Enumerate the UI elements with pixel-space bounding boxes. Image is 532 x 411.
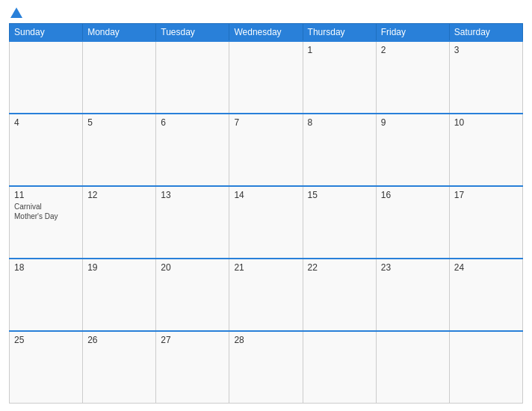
calendar-cell: 15 <box>303 186 376 259</box>
day-number: 16 <box>381 190 445 200</box>
day-number: 6 <box>161 117 224 128</box>
day-header-friday: Friday <box>376 24 449 42</box>
calendar-page: SundayMondayTuesdayWednesdayThursdayFrid… <box>0 0 532 411</box>
day-number: 5 <box>87 117 151 128</box>
calendar-cell: 4 <box>10 114 83 186</box>
calendar-cell: 24 <box>449 259 522 331</box>
event-label: Mother's Day <box>14 211 78 221</box>
day-header-sunday: Sunday <box>10 24 83 42</box>
calendar-cell: 19 <box>83 259 156 331</box>
calendar-cell: 27 <box>156 331 229 404</box>
calendar-cell: 14 <box>229 186 303 259</box>
calendar-cell: 2 <box>376 41 449 114</box>
calendar-cell <box>156 41 229 114</box>
day-number: 19 <box>87 262 151 273</box>
calendar-table: SundayMondayTuesdayWednesdayThursdayFrid… <box>9 23 523 404</box>
calendar-cell: 25 <box>10 331 83 404</box>
calendar-cell: 9 <box>376 114 449 186</box>
day-number: 26 <box>87 335 151 345</box>
header <box>9 7 523 19</box>
day-header-wednesday: Wednesday <box>229 24 303 42</box>
calendar-cell: 18 <box>10 259 83 331</box>
calendar-cell: 17 <box>449 186 522 259</box>
day-number: 7 <box>234 117 297 128</box>
calendar-cell: 23 <box>376 259 449 331</box>
day-number: 28 <box>234 335 297 345</box>
day-number: 11 <box>14 190 78 200</box>
calendar-cell: 26 <box>83 331 156 404</box>
calendar-cell <box>83 41 156 114</box>
week-row-4: 18192021222324 <box>10 259 523 331</box>
event-label: Carnival <box>14 202 78 211</box>
calendar-cell: 1 <box>303 41 376 114</box>
day-number: 18 <box>14 262 78 273</box>
day-number: 15 <box>308 190 371 200</box>
week-row-5: 25262728 <box>10 331 523 404</box>
day-number: 12 <box>87 190 151 200</box>
days-header-row: SundayMondayTuesdayWednesdayThursdayFrid… <box>10 24 523 42</box>
calendar-cell: 12 <box>83 186 156 259</box>
day-number: 13 <box>161 190 224 200</box>
day-header-tuesday: Tuesday <box>156 24 229 42</box>
calendar-cell: 8 <box>303 114 376 186</box>
day-number: 10 <box>454 117 518 128</box>
day-number: 23 <box>381 262 445 273</box>
day-header-monday: Monday <box>83 24 156 42</box>
calendar-cell: 22 <box>303 259 376 331</box>
calendar-cell: 11CarnivalMother's Day <box>10 186 83 259</box>
day-number: 8 <box>308 117 371 128</box>
day-header-thursday: Thursday <box>303 24 376 42</box>
logo <box>9 7 22 19</box>
calendar-cell <box>229 41 303 114</box>
day-number: 2 <box>381 45 445 55</box>
calendar-cell <box>10 41 83 114</box>
day-number: 24 <box>454 262 518 273</box>
day-number: 14 <box>234 190 297 200</box>
day-number: 4 <box>14 117 78 128</box>
calendar-cell: 10 <box>449 114 522 186</box>
day-number: 21 <box>234 262 297 273</box>
calendar-cell: 16 <box>376 186 449 259</box>
calendar-cell: 7 <box>229 114 303 186</box>
calendar-cell: 21 <box>229 259 303 331</box>
day-number: 25 <box>14 335 78 345</box>
calendar-cell: 13 <box>156 186 229 259</box>
calendar-cell: 5 <box>83 114 156 186</box>
calendar-cell: 20 <box>156 259 229 331</box>
calendar-cell <box>449 331 522 404</box>
calendar-cell <box>303 331 376 404</box>
day-number: 3 <box>454 45 518 55</box>
week-row-1: 123 <box>10 41 523 114</box>
week-row-2: 45678910 <box>10 114 523 186</box>
day-number: 17 <box>454 190 518 200</box>
calendar-cell <box>376 331 449 404</box>
calendar-cell: 28 <box>229 331 303 404</box>
week-row-3: 11CarnivalMother's Day121314151617 <box>10 186 523 259</box>
day-number: 1 <box>308 45 371 55</box>
logo-triangle-icon <box>10 7 22 18</box>
day-header-saturday: Saturday <box>449 24 522 42</box>
day-number: 22 <box>308 262 371 273</box>
day-number: 27 <box>161 335 224 345</box>
calendar-cell: 3 <box>449 41 522 114</box>
day-number: 9 <box>381 117 445 128</box>
calendar-cell: 6 <box>156 114 229 186</box>
day-number: 20 <box>161 262 224 273</box>
